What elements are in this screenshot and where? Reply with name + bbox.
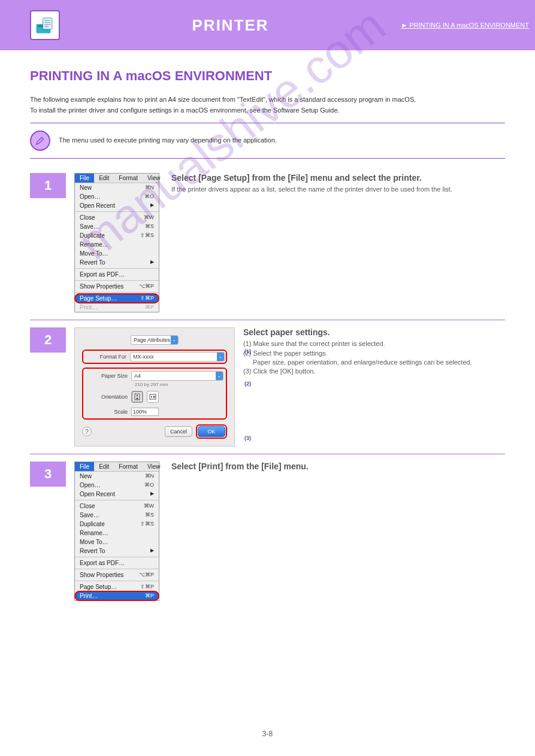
menu-item-revert[interactable]: Revert To▶ — [75, 546, 159, 555]
step-number: 1 — [30, 173, 66, 198]
menu-bar-format[interactable]: Format — [114, 462, 143, 471]
callout-3: (3) — [244, 435, 251, 441]
menu-bar-file[interactable]: File — [75, 462, 94, 471]
paper-size-value: A4 — [134, 373, 141, 379]
orientation-label: Orientation — [86, 394, 131, 400]
menu-item-open[interactable]: Open…⌘O — [75, 192, 159, 201]
step1-heading: Select [Page Setup] from the [File] menu… — [171, 173, 505, 183]
menu-item-page-setup[interactable]: Page Setup…⇧⌘P — [75, 294, 159, 303]
step1-desc: If the printer drivers appear as a list,… — [171, 185, 505, 194]
paper-size-detail: 210 by 297 mm — [135, 382, 223, 387]
menu-item-open-recent[interactable]: Open Recent▶ — [75, 201, 159, 210]
menu-bar-file[interactable]: File — [75, 174, 94, 183]
callout-1: (1) — [244, 348, 251, 354]
step2-desc: (1) Make sure that the correct printer i… — [243, 339, 505, 377]
step-number: 2 — [30, 327, 66, 353]
settings-select-value: Page Attributes — [134, 337, 170, 343]
intro-text: The following example explains how to pr… — [30, 95, 505, 116]
file-menu-step1: File Edit Format View New⌘N Open…⌘O Open… — [74, 173, 159, 312]
menu-item-print[interactable]: Print…⌘P — [75, 303, 159, 312]
step-1: 1 File Edit Format View New⌘N Open…⌘O Op… — [30, 166, 505, 320]
ok-button-highlight: OK — [196, 424, 227, 439]
note-text: The menu used to execute printing may va… — [59, 135, 277, 146]
menu-item-new[interactable]: New⌘N — [75, 183, 159, 192]
scale-label: Scale — [86, 409, 131, 415]
settings-select[interactable]: Page Attributes ⌄ — [131, 335, 179, 345]
caret-icon: ⌄ — [216, 372, 223, 380]
ok-button[interactable]: OK — [198, 426, 225, 437]
svg-point-8 — [137, 395, 138, 396]
menu-item-rename[interactable]: Rename… — [75, 240, 159, 249]
step3-heading: Select [Print] from the [File] menu. — [171, 462, 505, 471]
orientation-landscape[interactable] — [147, 391, 159, 403]
menu-item-moveto[interactable]: Move To… — [75, 249, 159, 258]
menu-item-revert[interactable]: Revert To▶ — [75, 258, 159, 267]
printer-icon — [30, 10, 60, 40]
step-number: 3 — [30, 462, 66, 487]
format-for-value: MX-xxxx — [133, 354, 154, 360]
menu-item-duplicate[interactable]: Duplicate⇧⌘S — [75, 520, 159, 529]
page-number: 3-8 — [0, 730, 535, 738]
menu-bar-format[interactable]: Format — [114, 174, 143, 183]
divider — [30, 158, 505, 159]
menu-item-print[interactable]: Print…⌘P — [75, 591, 159, 600]
svg-point-10 — [151, 396, 152, 397]
menu-bar-view[interactable]: View — [143, 174, 165, 183]
pencil-icon — [30, 130, 50, 151]
menu-item-save[interactable]: Save…⌘S — [75, 511, 159, 520]
page-title: PRINTING IN A macOS ENVIRONMENT — [30, 68, 505, 84]
file-menu-step3: File Edit Format View New⌘N Open…⌘O Open… — [74, 462, 159, 601]
menu-item-close[interactable]: Close⌘W — [75, 213, 159, 222]
menu-item-rename[interactable]: Rename… — [75, 529, 159, 538]
divider — [30, 123, 505, 123]
format-for-label: Format For — [84, 354, 130, 360]
menu-bar-view[interactable]: View — [143, 462, 165, 471]
callout-2: (2) — [244, 381, 251, 387]
menu-item-export-pdf[interactable]: Export as PDF… — [75, 270, 159, 279]
step-3: 3 File Edit Format View New⌘N Open…⌘O Op… — [30, 454, 505, 608]
menu-item-export-pdf[interactable]: Export as PDF… — [75, 558, 159, 567]
step2-heading: Select paper settings. — [243, 327, 505, 337]
menu-bar-edit[interactable]: Edit — [94, 174, 114, 183]
menu-bar-edit[interactable]: Edit — [94, 462, 114, 471]
menu-item-duplicate[interactable]: Duplicate⇧⌘S — [75, 231, 159, 240]
menu-item-page-setup[interactable]: Page Setup…⇧⌘P — [75, 582, 159, 591]
menu-item-show-properties[interactable]: Show Properties⌥⌘P — [75, 282, 159, 291]
menu-item-close[interactable]: Close⌘W — [75, 502, 159, 511]
header-section-link[interactable]: ► PRINTING IN A macOS ENVIRONMENT — [401, 22, 529, 29]
paper-settings-highlight: Paper Size A4 ⌄ 210 by 297 mm Orientatio… — [82, 368, 227, 420]
format-for-highlight: Format For MX-xxxx ⌄ — [82, 350, 227, 364]
orientation-portrait[interactable] — [131, 391, 143, 403]
header-bar: PRINTER ► PRINTING IN A macOS ENVIRONMEN… — [0, 0, 535, 50]
format-for-select[interactable]: MX-xxxx ⌄ — [130, 352, 225, 362]
scale-value: 100% — [133, 409, 147, 415]
menu-item-open[interactable]: Open…⌘O — [75, 481, 159, 490]
menu-item-moveto[interactable]: Move To… — [75, 538, 159, 546]
scale-input[interactable]: 100% — [131, 408, 159, 416]
page-setup-dialog: Page Attributes ⌄ Format For MX-xxxx ⌄ — [74, 327, 235, 447]
svg-rect-2 — [43, 18, 52, 29]
paper-size-select[interactable]: A4 ⌄ — [131, 371, 223, 381]
step-2: 2 Page Attributes ⌄ Format For MX-xxxx ⌄ — [30, 320, 505, 454]
menu-item-open-recent[interactable]: Open Recent▶ — [75, 490, 159, 499]
header-title: PRINTER — [60, 16, 401, 35]
help-icon[interactable]: ? — [82, 427, 92, 436]
menu-item-save[interactable]: Save…⌘S — [75, 222, 159, 231]
menu-item-new[interactable]: New⌘N — [75, 472, 159, 481]
cancel-button[interactable]: Cancel — [165, 426, 192, 437]
paper-size-label: Paper Size — [86, 373, 131, 379]
caret-icon: ⌄ — [217, 353, 224, 361]
caret-icon: ⌄ — [171, 336, 178, 344]
menu-item-show-properties[interactable]: Show Properties⌥⌘P — [75, 570, 159, 579]
